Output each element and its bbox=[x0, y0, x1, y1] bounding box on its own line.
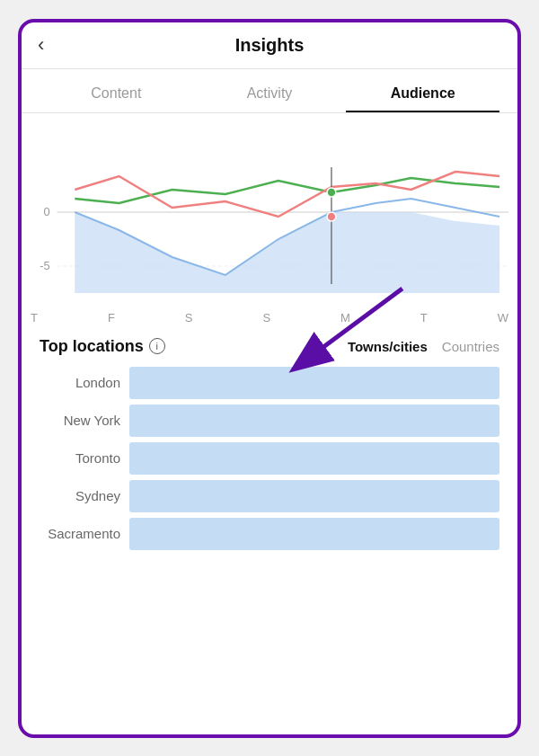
location-name-toronto: Toronto bbox=[40, 450, 120, 466]
back-button[interactable]: ‹ bbox=[38, 33, 44, 57]
svg-marker-4 bbox=[75, 212, 499, 293]
x-label-t2: T bbox=[420, 311, 428, 325]
x-label-f: F bbox=[108, 311, 115, 325]
x-label-s1: S bbox=[185, 311, 193, 325]
loc-tab-countries[interactable]: Countries bbox=[442, 339, 499, 354]
location-bar-london bbox=[129, 367, 499, 399]
info-icon[interactable]: i bbox=[149, 338, 165, 354]
chart-x-labels: T F S S M T W bbox=[22, 311, 517, 325]
tab-content[interactable]: Content bbox=[40, 78, 193, 112]
location-list: London New York Toronto Sydney Sacrament… bbox=[40, 367, 499, 550]
location-bar-newyork bbox=[129, 405, 499, 437]
locations-title: Top locations bbox=[40, 337, 144, 356]
x-label-t1: T bbox=[31, 311, 38, 325]
locations-header: Top locations i Towns/cities Countries bbox=[40, 337, 499, 356]
svg-point-6 bbox=[327, 188, 336, 197]
locations-tab-bar: Towns/cities Countries bbox=[348, 339, 499, 354]
chart-area: 0 -5 bbox=[22, 113, 517, 311]
chart-wrapper: 0 -5 T F S S bbox=[22, 113, 517, 325]
x-label-m: M bbox=[340, 311, 350, 325]
svg-text:0: 0 bbox=[44, 204, 50, 218]
tab-audience[interactable]: Audience bbox=[346, 78, 499, 112]
page-title: Insights bbox=[235, 35, 305, 56]
locations-section: Top locations i Towns/cities Countries L… bbox=[22, 325, 517, 559]
location-bar-toronto bbox=[129, 442, 499, 475]
location-bar-sydney bbox=[129, 480, 499, 512]
tab-activity[interactable]: Activity bbox=[193, 78, 347, 112]
location-bar-sacramento bbox=[129, 518, 499, 550]
svg-text:-5: -5 bbox=[40, 258, 49, 271]
phone-container: ‹ Insights Content Activity Audience 0 -… bbox=[18, 19, 521, 738]
tabs-bar: Content Activity Audience bbox=[22, 69, 517, 113]
loc-tab-towns[interactable]: Towns/cities bbox=[348, 339, 428, 354]
list-item: Sacramento bbox=[40, 518, 499, 550]
locations-title-group: Top locations i bbox=[40, 337, 165, 356]
list-item: London bbox=[40, 367, 499, 399]
list-item: New York bbox=[40, 405, 499, 437]
location-name-newyork: New York bbox=[40, 413, 120, 428]
x-label-w: W bbox=[498, 311, 508, 325]
location-name-sacramento: Sacramento bbox=[40, 526, 120, 541]
list-item: Sydney bbox=[40, 480, 499, 512]
svg-point-7 bbox=[327, 212, 336, 221]
chart-svg: 0 -5 bbox=[31, 122, 508, 293]
location-name-london: London bbox=[40, 375, 120, 390]
location-name-sydney: Sydney bbox=[40, 488, 120, 503]
x-label-s2: S bbox=[262, 311, 270, 325]
list-item: Toronto bbox=[40, 442, 499, 475]
header: ‹ Insights bbox=[22, 22, 517, 69]
